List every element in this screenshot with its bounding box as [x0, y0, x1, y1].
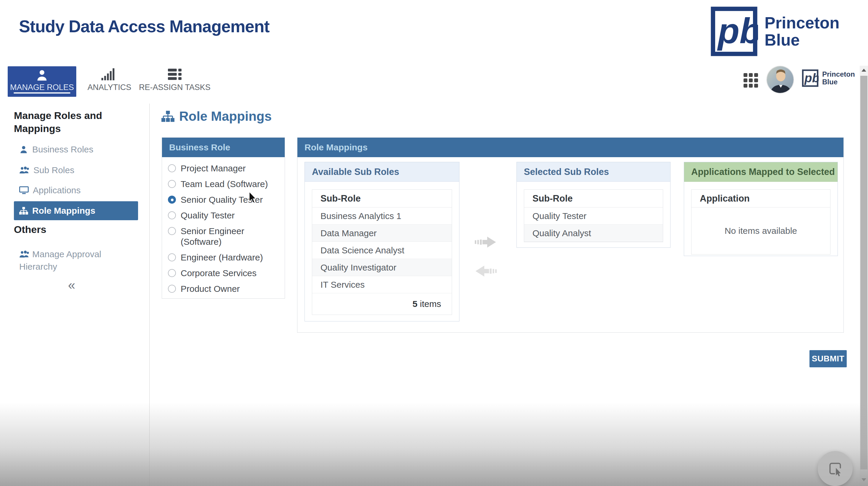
brand-name-small: Princeton Blue — [822, 70, 855, 86]
monitor-icon — [19, 186, 29, 195]
screen-select-button[interactable] — [818, 451, 852, 486]
scrollbar-up-arrow[interactable] — [862, 69, 866, 72]
sidebar-item-sub-roles[interactable]: Sub Roles — [19, 165, 144, 175]
sidebar-item-label: Role Mappings — [32, 206, 95, 216]
users-icon — [19, 250, 29, 258]
page-section-heading: Role Mappings — [161, 109, 272, 124]
avatar-photo — [767, 66, 794, 93]
tab-label: MANAGE ROLES — [8, 83, 76, 92]
applications-mapped-box: Applications Mapped to Selected S... App… — [684, 162, 838, 256]
business-role-option[interactable]: Senior Engineer (Software) — [168, 226, 279, 247]
radio-button[interactable] — [168, 211, 176, 219]
brand-name-line1: Princeton — [765, 14, 840, 31]
business-role-panel-header: Business Role — [162, 138, 285, 157]
column-header: Sub-Role — [312, 190, 452, 207]
available-sub-roles-header: Available Sub Roles — [305, 162, 459, 182]
radio-button[interactable] — [168, 180, 176, 188]
svg-text:pb: pb — [717, 11, 758, 51]
business-role-option[interactable]: Product Owner — [168, 284, 279, 294]
tab-analytics[interactable]: ANALYTICS — [88, 68, 129, 92]
radio-button[interactable] — [168, 285, 176, 293]
active-tab-underline — [13, 92, 70, 93]
empty-state-text: No items available — [691, 207, 830, 254]
brand-name-line2: Blue — [822, 78, 855, 86]
business-role-options: Project Manager Team Lead (Software) Sen… — [162, 157, 285, 294]
tab-label: RE-ASSIGN TASKS — [138, 83, 212, 92]
svg-text:pb: pb — [804, 71, 818, 85]
radio-button[interactable] — [168, 196, 176, 204]
radio-button[interactable] — [168, 227, 176, 235]
radio-label: Product Owner — [181, 284, 240, 294]
selected-rows: Quality Tester Quality Analyst — [524, 207, 663, 242]
user-icon — [19, 145, 28, 154]
business-role-option[interactable]: Project Manager — [168, 163, 279, 174]
submit-button[interactable]: SUBMIT — [809, 350, 847, 367]
sidebar-item-label: Business Roles — [32, 144, 93, 154]
bottom-fade-overlay — [0, 403, 868, 486]
business-role-option[interactable]: Senior Quality Tester — [168, 195, 279, 205]
brand-name-line2: Blue — [765, 31, 840, 49]
sidebar-item-business-roles[interactable]: Business Roles — [19, 144, 144, 154]
tab-reassign-tasks[interactable]: RE-ASSIGN TASKS — [138, 68, 212, 92]
radio-label: Project Manager — [181, 163, 246, 174]
items-count: 5 items — [312, 293, 452, 315]
table-row[interactable]: Quality Investigator — [312, 259, 452, 276]
user-avatar[interactable] — [766, 66, 794, 93]
sidebar-section-title: Manage Roles and Mappings — [14, 109, 141, 135]
selected-sub-roles-header: Selected Sub Roles — [517, 162, 670, 182]
brand-name-line1: Princeton — [822, 70, 855, 78]
tasks-stack-icon — [168, 68, 182, 81]
table-row[interactable]: Business Analytics 1 — [312, 207, 452, 225]
users-icon — [19, 166, 29, 174]
sidebar-item-applications[interactable]: Applications — [19, 185, 144, 195]
sitemap-icon — [19, 207, 28, 215]
table-row[interactable]: Quality Tester — [524, 207, 663, 225]
business-role-option[interactable]: Engineer (Hardware) — [168, 252, 279, 263]
sidebar-others-title: Others — [14, 224, 46, 235]
table-row[interactable]: IT Services — [312, 276, 452, 293]
selected-sub-roles-table: Sub-Role Quality Tester Quality Analyst — [524, 190, 663, 242]
radio-button[interactable] — [168, 269, 176, 277]
business-role-option[interactable]: Corporate Services — [168, 268, 279, 279]
radio-label: Quality Tester — [181, 210, 235, 221]
sidebar-collapse-button[interactable]: « — [68, 278, 75, 292]
business-role-panel: Business Role Project Manager Team Lead … — [162, 137, 285, 298]
tab-label: ANALYTICS — [88, 83, 129, 92]
sidebar-item-role-mappings[interactable]: Role Mappings — [14, 201, 138, 220]
table-row[interactable]: Data Science Analyst — [312, 242, 452, 259]
move-right-arrow-button[interactable] — [475, 235, 497, 249]
brand-monogram-small-icon: pb — [802, 69, 818, 87]
page-title: Study Data Access Management — [19, 17, 269, 36]
brand-logo-small: pb Princeton Blue — [802, 69, 855, 87]
page-section-title: Role Mappings — [179, 109, 272, 124]
radio-button[interactable] — [168, 164, 176, 172]
radio-label: Senior Engineer (Software) — [181, 226, 272, 247]
table-row[interactable]: Data Manager — [312, 225, 452, 242]
tab-manage-roles[interactable]: MANAGE ROLES — [8, 66, 76, 97]
radio-label: Corporate Services — [181, 268, 257, 279]
radio-label: Engineer (Hardware) — [181, 252, 263, 263]
role-mappings-panel-header: Role Mappings — [298, 138, 843, 157]
available-sub-roles-table: Sub-Role Business Analytics 1 Data Manag… — [312, 190, 452, 315]
available-rows: Business Analytics 1 Data Manager Data S… — [312, 207, 452, 293]
business-role-option[interactable]: Team Lead (Software) — [168, 179, 279, 190]
available-sub-roles-box: Available Sub Roles Sub-Role Business An… — [305, 162, 459, 321]
items-count-number: 5 — [412, 299, 417, 309]
radio-label: Senior Quality Tester — [181, 195, 263, 205]
scrollbar-thumb[interactable] — [860, 76, 867, 469]
move-left-arrow-button[interactable] — [475, 264, 497, 278]
apps-grid-icon[interactable] — [744, 73, 759, 88]
radio-label: Team Lead (Software) — [181, 179, 268, 190]
user-icon — [35, 69, 49, 81]
sitemap-icon — [161, 110, 175, 122]
sidebar-item-label: Manage Approval Hierarchy — [19, 249, 101, 271]
radio-button[interactable] — [168, 253, 176, 261]
sidebar-item-manage-approval-hierarchy[interactable]: Manage Approval Hierarchy — [19, 248, 108, 273]
select-cursor-icon — [827, 460, 843, 477]
sidebar-divider — [149, 104, 150, 486]
column-header: Application — [691, 190, 830, 207]
table-row[interactable]: Quality Analyst — [524, 225, 663, 242]
brand-logo: pb Princeton Blue — [710, 6, 840, 57]
scrollbar-down-arrow[interactable] — [862, 478, 866, 481]
business-role-option[interactable]: Quality Tester — [168, 210, 279, 221]
